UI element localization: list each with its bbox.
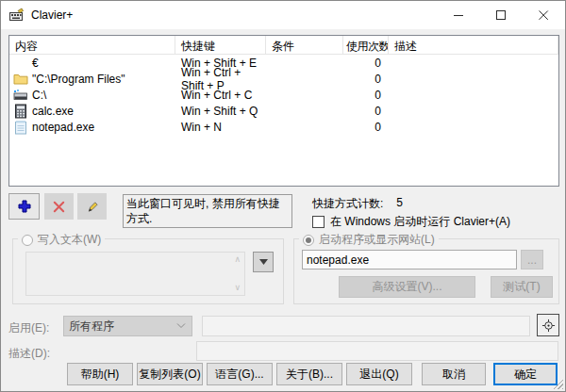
description-input[interactable] [196, 341, 558, 361]
shortcut-count-label: 快捷方式计数: [312, 196, 383, 212]
help-button[interactable]: 帮助(H) [67, 363, 133, 385]
shortcut-keys: Win + Shift + Q [175, 105, 266, 118]
enable-label: 启用(E): [8, 320, 49, 336]
window-picker-button[interactable] [537, 314, 559, 336]
launch-program-label: 启动程序或显示网站(L) [319, 232, 435, 248]
delete-x-icon [52, 200, 66, 214]
test-button[interactable]: 测试(T) [491, 276, 553, 298]
quit-button[interactable]: 退出(Q) [346, 363, 412, 385]
programs-combobox-value: 所有程序 [69, 318, 114, 335]
calculator-icon [13, 104, 32, 119]
shortcut-content: "C:\Program Files" [32, 73, 125, 86]
write-text-label: 写入文本(W) [38, 232, 101, 248]
launch-program-group: 启动程序或显示网站(L) ... 高级设置(V)... 测试(T) [293, 238, 559, 304]
scroll-up-icon[interactable]: ∧ [234, 255, 241, 264]
list-item[interactable]: calc.exe Win + Shift + Q 0 [9, 103, 558, 119]
plus-icon [17, 199, 32, 214]
text-content-textarea[interactable]: ∧ ∨ [25, 252, 245, 296]
programs-filter-input[interactable] [202, 316, 530, 336]
autostart-checkbox-row[interactable]: 在 Windows 启动时运行 Clavier+(A) [312, 214, 510, 230]
launch-program-radio-row[interactable]: 启动程序或显示网站(L) [299, 232, 439, 248]
add-shortcut-button[interactable] [8, 193, 40, 220]
shortcut-usage: 0 [343, 121, 389, 134]
scroll-down-icon[interactable]: ∨ [234, 284, 241, 292]
write-text-radio-row[interactable]: 写入文本(W) [18, 232, 105, 248]
footer-buttons: 帮助(H) 复制列表(O) 语言(G)... 关于(B)... 退出(Q) 取消… [67, 363, 558, 385]
shortcut-usage: 0 [343, 105, 389, 118]
keyboard-app-icon [9, 8, 25, 23]
column-header-usage[interactable]: 使用次数 [343, 36, 389, 54]
maximize-icon [496, 10, 507, 21]
close-button[interactable] [523, 1, 565, 29]
delete-shortcut-button[interactable] [44, 193, 74, 220]
clavier-window: Clavier+ 内容 快捷键 条件 使用次数 描述 € Win + Shift… [0, 0, 566, 392]
maximize-button[interactable] [480, 1, 523, 29]
shortcut-content: calc.exe [32, 105, 74, 118]
radio-dot [306, 237, 311, 243]
list-item[interactable]: C:\ Win + Ctrl + C 0 [9, 87, 558, 103]
write-text-group: 写入文本(W) ∧ ∨ [12, 238, 284, 304]
programs-combobox[interactable]: 所有程序 [63, 316, 192, 336]
about-button[interactable]: 关于(B)... [276, 363, 342, 385]
chevron-down-icon [259, 259, 268, 265]
target-icon [541, 318, 556, 333]
text-menu-button[interactable] [253, 252, 274, 272]
list-item[interactable]: "C:\Program Files" Win + Ctrl + Shift + … [9, 71, 558, 87]
minimize-button[interactable] [438, 1, 480, 29]
notepad-icon [13, 120, 32, 135]
pencil-icon [85, 200, 99, 214]
column-header-description[interactable]: 描述 [389, 36, 558, 54]
column-header-condition[interactable]: 条件 [266, 36, 343, 54]
column-header-content[interactable]: 内容 [9, 36, 175, 54]
language-button[interactable]: 语言(G)... [207, 363, 273, 385]
close-icon [539, 10, 549, 21]
list-item[interactable]: € Win + Shift + E 0 [9, 55, 558, 71]
window-title: Clavier+ [31, 8, 73, 22]
folder-icon [13, 72, 32, 87]
column-header-shortcut[interactable]: 快捷键 [175, 36, 266, 54]
cancel-button[interactable]: 取消 [422, 363, 486, 385]
shortcut-keys: Win + N [175, 121, 266, 134]
shortcut-count-value: 5 [396, 196, 403, 212]
browse-button[interactable]: ... [521, 250, 543, 270]
advanced-settings-button[interactable]: 高级设置(V)... [339, 276, 475, 298]
icon-spacer [13, 56, 32, 71]
shortcut-content: C:\ [32, 89, 46, 102]
write-text-radio[interactable] [22, 235, 33, 246]
shortcut-content: € [32, 57, 39, 70]
ok-button[interactable]: 确定 [493, 363, 558, 385]
shortcut-usage: 0 [343, 73, 389, 86]
list-header: 内容 快捷键 条件 使用次数 描述 [9, 36, 558, 55]
disable-when-visible-note: 当此窗口可见时, 禁用所有快捷方式. [123, 194, 292, 228]
edit-shortcut-button[interactable] [77, 193, 107, 220]
list-item[interactable]: notepad.exe Win + N 0 [9, 119, 558, 135]
shortcut-usage: 0 [343, 57, 389, 70]
shortcut-content: notepad.exe [32, 121, 94, 134]
launch-program-radio[interactable] [303, 235, 314, 246]
titlebar: Clavier+ [1, 1, 565, 29]
autostart-checkbox[interactable] [312, 216, 325, 228]
shortcut-list: 内容 快捷键 条件 使用次数 描述 € Win + Shift + E 0 "C… [8, 35, 559, 187]
chevron-down-icon [176, 323, 186, 329]
copy-list-button[interactable]: 复制列表(O) [137, 363, 203, 385]
shortcut-count: 快捷方式计数: 5 [312, 196, 403, 212]
minimize-icon [454, 10, 464, 21]
drive-icon [13, 88, 32, 103]
shortcut-keys: Win + Ctrl + C [175, 89, 266, 102]
command-input[interactable] [302, 250, 517, 270]
description-label: 描述(D): [8, 346, 50, 362]
autostart-label: 在 Windows 启动时运行 Clavier+(A) [330, 214, 510, 230]
shortcut-usage: 0 [343, 89, 389, 102]
